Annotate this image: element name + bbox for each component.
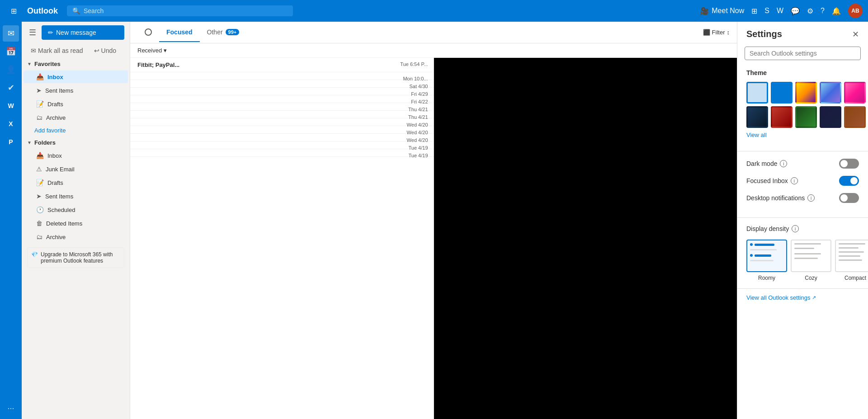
icon-bar-mail[interactable]: ✉	[3, 25, 19, 42]
tab-item-circle	[137, 23, 159, 42]
sidebar-item-junk[interactable]: ⚠ Junk Email	[24, 163, 128, 175]
sidebar-item-archive-favorites[interactable]: 🗂 Archive	[24, 111, 128, 124]
grid-menu-icon[interactable]: ⊞	[5, 3, 22, 19]
meet-now-btn[interactable]: 🎥 Meet Now	[700, 7, 744, 15]
icon-bar-people[interactable]: 👤	[3, 61, 19, 78]
email-item-11[interactable]: Tue 4/19	[130, 149, 434, 157]
search-icon: 🔍	[72, 7, 80, 14]
theme-swatch-gradient2[interactable]	[820, 82, 841, 104]
settings-close-button[interactable]: ✕	[852, 29, 859, 39]
upgrade-banner[interactable]: 💎 Upgrade to Microsoft 365 with premium …	[27, 247, 124, 268]
view-all-themes-link[interactable]: View all	[746, 132, 859, 138]
density-roomy[interactable]: Roomy	[746, 240, 787, 281]
avatar[interactable]: AB	[848, 4, 863, 18]
focused-inbox-toggle-thumb	[850, 177, 858, 184]
dark-mode-toggle-thumb	[840, 160, 848, 167]
settings-toggles-section: Dark mode i Focused Inbox i	[737, 153, 868, 216]
settings-search-input[interactable]	[745, 47, 861, 60]
theme-swatch-warm-brown[interactable]	[844, 106, 866, 128]
skype-icon[interactable]: S	[764, 7, 769, 15]
sent-folder-icon: ➤	[36, 193, 42, 200]
focused-inbox-info-icon[interactable]: i	[791, 177, 798, 184]
tab-other[interactable]: Other 99+	[200, 23, 247, 42]
dark-mode-toggle[interactable]	[839, 159, 859, 169]
drafts-icon: 📝	[36, 100, 44, 108]
email-item-5[interactable]: Thu 4/21	[130, 103, 434, 111]
sidebar-item-sent-favorites[interactable]: ➤ Sent Items	[24, 84, 128, 97]
divider-1	[737, 151, 868, 151]
density-cozy[interactable]: Cozy	[791, 240, 831, 281]
search-bar[interactable]: 🔍	[67, 5, 293, 16]
email-item-7[interactable]: Wed 4/20	[130, 118, 434, 126]
received-sort-btn[interactable]: Received ▾	[137, 47, 167, 54]
dark-mode-row: Dark mode i	[746, 159, 859, 169]
email-item-10[interactable]: Tue 4/19	[130, 141, 434, 149]
email-item-3[interactable]: Fri 4/29	[130, 88, 434, 95]
icon-bar-more[interactable]: ···	[3, 403, 19, 419]
icon-bar-tasks[interactable]: ✔	[3, 80, 19, 96]
sidebar-item-inbox-folders[interactable]: 📥 Inbox	[24, 149, 128, 162]
sidebar-item-drafts-folders[interactable]: 📝 Drafts	[24, 176, 128, 189]
main-layout: ✉ 📅 👤 ✔ W X P ··· ☰ ✏ New message ✉ Mark…	[0, 22, 868, 419]
email-list-header: Received ▾	[130, 43, 737, 58]
density-cozy-preview	[791, 240, 831, 272]
density-compact[interactable]: Compact	[835, 240, 868, 281]
app-title: Outlook	[27, 6, 58, 16]
deleted-icon: 🗑	[36, 220, 42, 227]
new-message-button[interactable]: ✏ New message	[42, 25, 124, 40]
theme-swatch-blue-light[interactable]	[746, 82, 768, 104]
theme-swatch-gradient3[interactable]	[844, 82, 866, 104]
sidebar-item-deleted[interactable]: 🗑 Deleted Items	[24, 217, 128, 230]
dark-mode-info-icon[interactable]: i	[780, 160, 787, 167]
sidebar-toolbar: ☰ ✏ New message	[22, 22, 130, 43]
favorites-section[interactable]: ▼ Favorites	[22, 58, 130, 70]
desktop-notifications-toggle[interactable]	[839, 193, 859, 203]
tab-focused[interactable]: Focused	[159, 23, 200, 42]
word-icon[interactable]: W	[777, 7, 783, 15]
apps-icon[interactable]: ⊞	[751, 7, 757, 15]
theme-swatch-blue-dark[interactable]	[771, 82, 793, 104]
sidebar-item-sent-folders[interactable]: ➤ Sent Items	[24, 190, 128, 202]
add-favorite-link[interactable]: Add favorite	[22, 124, 130, 137]
email-item-0[interactable]: Fitbit; PayPal... Tue 6:54 P...	[130, 58, 434, 72]
email-item-8[interactable]: Wed 4/20	[130, 126, 434, 134]
theme-swatch-warm-red[interactable]	[771, 106, 793, 128]
undo-btn[interactable]: ↩ Undo	[90, 45, 120, 56]
icon-bar: ✉ 📅 👤 ✔ W X P ···	[0, 22, 22, 419]
focused-inbox-toggle[interactable]	[839, 176, 859, 186]
settings-icon[interactable]: ⚙	[807, 7, 813, 15]
theme-swatch-dark-blue[interactable]	[746, 106, 768, 128]
search-input[interactable]	[84, 7, 288, 14]
email-item-1[interactable]: Mon 10:0...	[130, 72, 434, 80]
email-item-9[interactable]: Wed 4/20	[130, 134, 434, 141]
icon-bar-calendar[interactable]: 📅	[3, 43, 19, 60]
desktop-notifications-info-icon[interactable]: i	[807, 194, 815, 202]
archive-icon: 🗂	[36, 114, 42, 121]
sidebar-item-archive-folders[interactable]: 🗂 Archive	[24, 231, 128, 243]
hamburger-button[interactable]: ☰	[27, 26, 38, 39]
inbox-folder-icon: 📥	[36, 152, 44, 159]
compose-icon: ✏	[48, 29, 53, 36]
icon-bar-powerpoint[interactable]: P	[3, 134, 19, 150]
display-density-info-icon[interactable]: i	[792, 225, 799, 232]
sidebar-item-scheduled[interactable]: 🕐 Scheduled	[24, 203, 128, 216]
email-item-6[interactable]: Thu 4/21	[130, 111, 434, 118]
mark-all-read-btn[interactable]: ✉ Mark all as read	[27, 45, 87, 56]
theme-swatch-gradient1[interactable]	[795, 82, 817, 104]
folders-section[interactable]: ▼ Folders	[22, 137, 130, 149]
view-all-settings-link[interactable]: View all Outlook settings ↗	[737, 291, 868, 305]
feedback-icon[interactable]: 💬	[791, 7, 800, 15]
icon-bar-excel[interactable]: X	[3, 116, 19, 132]
filter-sort-icon: ↕	[727, 29, 730, 36]
other-badge: 99+	[226, 29, 240, 35]
icon-bar-word[interactable]: W	[3, 98, 19, 114]
filter-area[interactable]: ⬛ Filter ↕	[703, 29, 730, 36]
email-item-2[interactable]: Sat 4/30	[130, 80, 434, 88]
sidebar-item-inbox-favorites[interactable]: 📥 Inbox	[24, 71, 128, 83]
sidebar-item-drafts-favorites[interactable]: 📝 Drafts	[24, 98, 128, 110]
email-item-4[interactable]: Fri 4/22	[130, 95, 434, 103]
notifications-icon[interactable]: 🔔	[832, 7, 841, 15]
help-icon[interactable]: ?	[821, 7, 825, 15]
theme-swatch-circuit[interactable]	[795, 106, 817, 128]
theme-swatch-dark-navy[interactable]	[820, 106, 841, 128]
